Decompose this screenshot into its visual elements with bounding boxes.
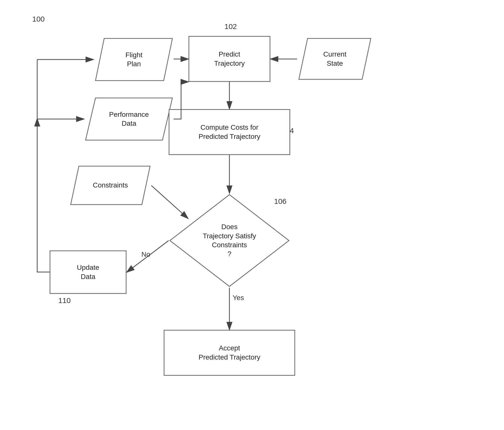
flight-plan-node: FlightPlan xyxy=(94,37,174,82)
ref-110: 110 xyxy=(58,296,71,305)
ref-102: 102 xyxy=(224,22,237,31)
compute-costs-label: Compute Costs forPredicted Trajectory xyxy=(199,123,260,141)
does-trajectory-label: DoesTrajectory SatisfyConstraints? xyxy=(203,222,256,259)
does-trajectory-node: DoesTrajectory SatisfyConstraints? xyxy=(169,193,290,288)
predict-trajectory-label: PredictTrajectory xyxy=(214,50,245,68)
accept-trajectory-label: AcceptPredicted Trajectory xyxy=(199,344,260,362)
performance-data-node: PerformanceData xyxy=(84,97,174,141)
current-state-node: CurrentState xyxy=(298,37,372,81)
current-state-label: CurrentState xyxy=(323,50,346,68)
no-label: No xyxy=(141,250,150,258)
diagram-container: 100 102 104 106 108 110 FlightPlan Perfo… xyxy=(0,0,504,430)
compute-costs-node: Compute Costs forPredicted Trajectory xyxy=(169,109,290,155)
predict-trajectory-node: PredictTrajectory xyxy=(189,36,270,82)
performance-data-label: PerformanceData xyxy=(109,110,149,128)
constraints-label: Constraints xyxy=(93,181,128,190)
flight-plan-label: FlightPlan xyxy=(126,51,142,69)
constraints-node: Constraints xyxy=(69,165,151,206)
yes-label: Yes xyxy=(233,294,244,302)
accept-trajectory-node: AcceptPredicted Trajectory xyxy=(164,330,295,376)
update-data-node: UpdateData xyxy=(50,250,126,294)
update-data-label: UpdateData xyxy=(77,263,99,281)
ref-100: 100 xyxy=(32,15,45,23)
